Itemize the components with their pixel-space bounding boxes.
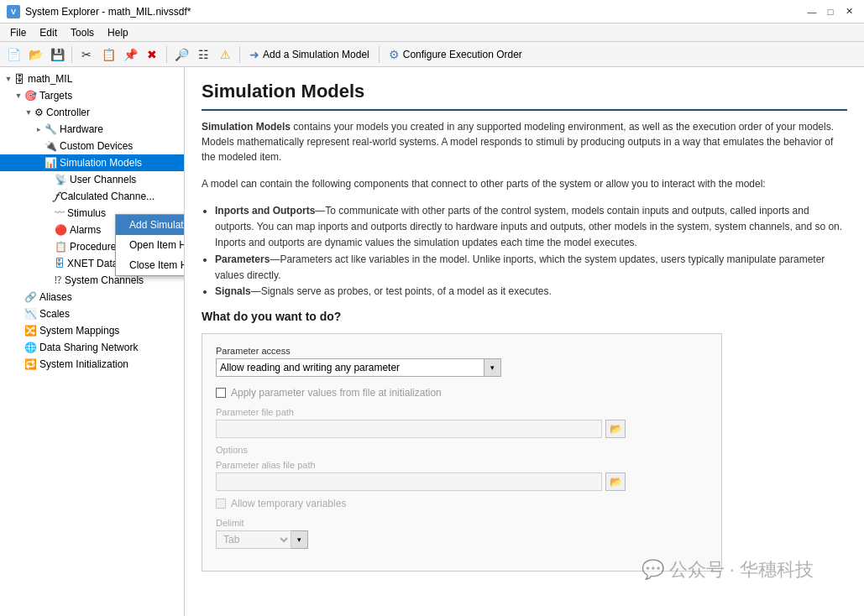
tree-icon-system-initialization: 🔁 bbox=[24, 358, 37, 370]
toolbar-find-button[interactable]: 🔎 bbox=[171, 44, 191, 65]
form-section: Parameter access Allow reading and writi… bbox=[202, 333, 722, 572]
configure-execution-order-button[interactable]: ⚙ Configure Execution Order bbox=[384, 44, 527, 65]
toolbar-cut-button[interactable]: ✂ bbox=[76, 44, 97, 65]
toolbar: 📄 📂 💾 ✂ 📋 📌 ✖ 🔎 ☷ ⚠ ➜ Add a Simulation M… bbox=[0, 42, 864, 67]
menu-tools[interactable]: Tools bbox=[64, 25, 101, 40]
content-title-divider bbox=[202, 109, 847, 111]
allow-temp-vars-checkbox[interactable] bbox=[216, 499, 226, 509]
context-menu-open-item-hierarchy[interactable]: Open Item Hierarchy bbox=[116, 235, 185, 255]
window-title: System Explorer - math_MIL.nivssdf* bbox=[25, 6, 191, 18]
context-menu-add-simulation-model[interactable]: Add Simulation Model bbox=[116, 215, 185, 235]
tree-icon-xnet-databases: 🗄 bbox=[55, 258, 65, 269]
tree-icon-simulation-models: 📊 bbox=[45, 157, 57, 169]
app-icon: V bbox=[7, 5, 20, 18]
content-desc-bold: Simulation Models bbox=[202, 121, 291, 133]
delimit-label: Delimit bbox=[216, 518, 708, 528]
tree-label-controller: Controller bbox=[46, 107, 90, 118]
tree-icon-targets: 🎯 bbox=[24, 90, 37, 102]
content-body-intro: A model can contain the following compon… bbox=[202, 176, 847, 191]
tree-toggle-controller: ▼ bbox=[24, 108, 34, 117]
tree-item-system-mappings[interactable]: 🔀 System Mappings bbox=[0, 322, 184, 339]
toolbar-open-button[interactable]: 📂 bbox=[25, 44, 45, 65]
title-bar-left: V System Explorer - math_MIL.nivssdf* bbox=[7, 5, 191, 18]
param-alias-folder-button[interactable]: 📂 bbox=[605, 472, 626, 491]
tree-item-aliases[interactable]: 🔗 Aliases bbox=[0, 289, 184, 305]
tree-toggle-math-mil: ▼ bbox=[3, 75, 13, 83]
tree-icon-user-channels: 📡 bbox=[55, 174, 67, 185]
tree-label-user-channels: User Channels bbox=[70, 174, 136, 185]
close-button[interactable]: ✕ bbox=[840, 5, 857, 18]
restore-button[interactable]: □ bbox=[822, 5, 839, 18]
tree-icon-alarms: 🔴 bbox=[55, 224, 67, 236]
tree-icon-scales: 📉 bbox=[24, 308, 37, 320]
tree-toggle-data-sharing-network bbox=[13, 343, 24, 352]
menu-help[interactable]: Help bbox=[101, 25, 135, 40]
parameter-access-select[interactable]: Allow reading and writing any parameter … bbox=[216, 358, 484, 377]
tree-item-custom-devices[interactable]: 🔌 Custom Devices bbox=[0, 138, 184, 154]
menu-edit[interactable]: Edit bbox=[33, 25, 64, 40]
tree-toggle-simulation-models bbox=[34, 159, 44, 167]
tree-label-custom-devices: Custom Devices bbox=[60, 140, 133, 152]
parameter-access-group: Parameter access Allow reading and writi… bbox=[216, 346, 708, 377]
tree-label-simulation-models: Simulation Models bbox=[60, 157, 142, 169]
tree-toggle-hardware: ▸ bbox=[34, 125, 44, 133]
add-simulation-model-button[interactable]: ➜ Add a Simulation Model bbox=[244, 44, 374, 65]
context-menu-close-item-hierarchy[interactable]: Close Item Hierarchy bbox=[116, 255, 185, 275]
tree-label-data-sharing-network: Data Sharing Network bbox=[39, 342, 138, 353]
delimit-dropdown-arrow[interactable]: ▾ bbox=[291, 530, 308, 549]
param-file-path-group: Parameter file path 📂 bbox=[216, 407, 708, 438]
delimit-select[interactable]: Tab Comma Space bbox=[216, 530, 291, 549]
tree-toggle-stimulus bbox=[44, 209, 54, 217]
tree-icon-procedures: 📋 bbox=[55, 241, 67, 253]
toolbar-grid-button[interactable]: ☷ bbox=[193, 44, 213, 65]
param-file-path-folder-button[interactable]: 📂 bbox=[605, 420, 626, 438]
tree-icon-data-sharing-network: 🌐 bbox=[24, 342, 37, 353]
parameter-access-label: Parameter access bbox=[216, 346, 708, 356]
tree-icon-aliases: 🔗 bbox=[24, 291, 37, 303]
minimize-button[interactable]: — bbox=[804, 5, 820, 18]
tree-item-data-sharing-network[interactable]: 🌐 Data Sharing Network bbox=[0, 339, 184, 356]
options-label: Options bbox=[216, 445, 708, 455]
toolbar-paste-button[interactable]: 📌 bbox=[120, 44, 140, 65]
allow-temp-vars-row: Allow temporary variables bbox=[216, 498, 708, 509]
apply-checkbox[interactable] bbox=[216, 388, 226, 398]
tree-item-math-mil[interactable]: ▼ 🗄 math_MIL bbox=[0, 70, 184, 87]
content-bullet-list: Inports and Outports—To communicate with… bbox=[215, 203, 847, 300]
bullet-signals-bold: Signals bbox=[215, 285, 251, 297]
content-area: Simulation Models Simulation Models cont… bbox=[185, 67, 864, 616]
configure-execution-order-icon: ⚙ bbox=[389, 48, 400, 61]
left-panel: ▼ 🗄 math_MIL ▼ 🎯 Targets ▼ ⚙ Controller … bbox=[0, 67, 185, 616]
tree-icon-custom-devices: 🔌 bbox=[45, 140, 57, 152]
tree-item-calculated-channels[interactable]: 𝑓 Calculated Channe... bbox=[0, 188, 184, 205]
parameter-access-select-container: Allow reading and writing any parameter … bbox=[216, 358, 708, 377]
param-file-path-row: 📂 bbox=[216, 420, 708, 438]
toolbar-warning-button[interactable]: ⚠ bbox=[215, 44, 235, 65]
tree-item-simulation-models[interactable]: 📊 Simulation Models bbox=[0, 154, 184, 171]
tree-toggle-user-channels bbox=[44, 175, 54, 184]
tree-toggle-system-mappings bbox=[13, 326, 24, 335]
tree-label-math-mil: math_MIL bbox=[28, 73, 72, 85]
toolbar-save-button[interactable]: 💾 bbox=[47, 44, 67, 65]
param-alias-input[interactable] bbox=[216, 472, 602, 491]
apply-checkbox-row: Apply parameter values from file at init… bbox=[216, 387, 708, 399]
toolbar-copy-button[interactable]: 📋 bbox=[98, 44, 118, 65]
tree-icon-system-mappings: 🔀 bbox=[24, 325, 37, 337]
tree-item-controller[interactable]: ▼ ⚙ Controller bbox=[0, 104, 184, 121]
context-menu: Add Simulation Model Open Item Hierarchy… bbox=[115, 214, 185, 276]
tree-item-scales[interactable]: 📉 Scales bbox=[0, 305, 184, 322]
toolbar-new-button[interactable]: 📄 bbox=[3, 44, 24, 65]
param-file-path-input[interactable] bbox=[216, 420, 602, 438]
toolbar-delete-button[interactable]: ✖ bbox=[142, 44, 162, 65]
tree-item-hardware[interactable]: ▸ 🔧 Hardware bbox=[0, 121, 184, 138]
tree-icon-hardware: 🔧 bbox=[45, 123, 57, 135]
tree-item-targets[interactable]: ▼ 🎯 Targets bbox=[0, 87, 184, 104]
toolbar-sep-2 bbox=[166, 46, 167, 63]
menu-file[interactable]: File bbox=[3, 25, 33, 40]
tree-label-targets: Targets bbox=[39, 90, 72, 102]
tree-toggle-calculated-channels bbox=[44, 192, 54, 201]
tree-item-system-initialization[interactable]: 🔁 System Initialization bbox=[0, 356, 184, 373]
tree-item-user-channels[interactable]: 📡 User Channels bbox=[0, 171, 184, 188]
tree-toggle-xnet-databases bbox=[44, 259, 54, 268]
parameter-access-dropdown-arrow[interactable]: ▾ bbox=[484, 358, 501, 377]
param-alias-row: 📂 bbox=[216, 472, 708, 491]
